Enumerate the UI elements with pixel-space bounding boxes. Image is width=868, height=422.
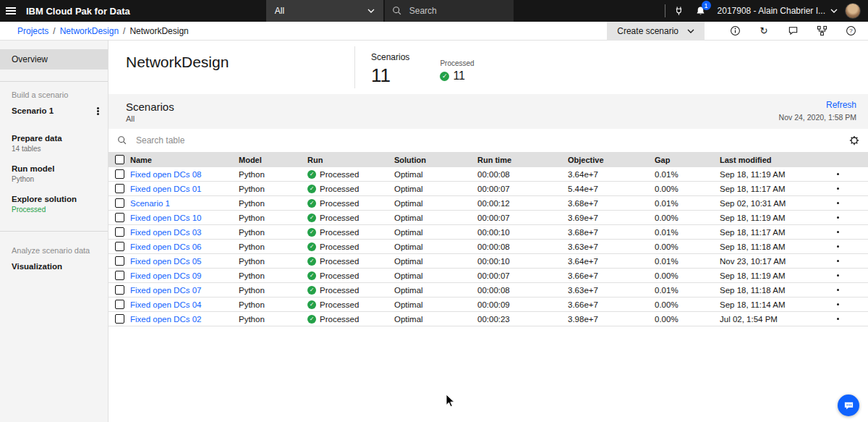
scenario-link[interactable]: Fixed open DCs 02 [130, 315, 239, 324]
row-overflow-menu[interactable] [828, 274, 868, 277]
row-checkbox[interactable] [115, 169, 124, 179]
row-checkbox[interactable] [115, 300, 124, 309]
row-overflow-menu[interactable] [828, 216, 868, 219]
row-checkbox[interactable] [115, 285, 124, 295]
table-search-input[interactable] [135, 135, 352, 146]
row-select-cell [109, 227, 130, 237]
breadcrumb-projects[interactable]: Projects [17, 26, 48, 36]
flow-button[interactable] [807, 22, 836, 41]
solution-value: Optimal [394, 315, 477, 324]
objective-value: 3.68e+7 [568, 199, 655, 208]
objective-value: 3.69e+7 [568, 214, 655, 222]
column-header-objective[interactable]: Objective [568, 156, 655, 164]
column-header-gap[interactable]: Gap [655, 156, 720, 164]
processed-stat-count: 11 [453, 69, 465, 83]
run-status-label: Processed [320, 286, 359, 295]
row-checkbox[interactable] [115, 271, 124, 280]
row-checkbox[interactable] [115, 227, 124, 237]
scenario-link[interactable]: Fixed open DCs 08 [130, 170, 239, 179]
scenario-link[interactable]: Fixed open DCs 04 [130, 300, 239, 309]
column-header-model[interactable]: Model [239, 156, 307, 164]
last-modified-value: Sep 18, 11:17 AM [720, 185, 828, 193]
notifications-button[interactable]: 1 [690, 0, 712, 22]
sidebar-item-run-model[interactable]: Run model Python [0, 164, 108, 183]
scenario-link[interactable]: Scenario 1 [130, 199, 239, 208]
chat-launcher-button[interactable] [838, 394, 859, 416]
row-checkbox[interactable] [115, 198, 124, 208]
row-overflow-menu[interactable] [828, 318, 868, 320]
avatar[interactable] [845, 3, 861, 19]
account-menu[interactable]: 2017908 - Alain Chabrier I... [718, 6, 838, 16]
sidebar-section-analyze: Analyze scenario data [0, 246, 108, 255]
objective-value: 3.63e+7 [568, 242, 655, 251]
scenario-link[interactable]: Fixed open DCs 01 [130, 185, 239, 193]
row-overflow-menu[interactable] [828, 289, 868, 291]
hamburger-glyph [6, 7, 16, 14]
row-overflow-menu[interactable] [828, 303, 868, 305]
row-overflow-menu[interactable] [828, 231, 868, 233]
row-overflow-menu[interactable] [828, 260, 868, 262]
row-overflow-menu[interactable] [828, 187, 868, 190]
column-header-run[interactable]: Run [307, 156, 394, 164]
overflow-icon[interactable] [97, 110, 99, 112]
last-modified-value: Sep 02, 10:31 AM [720, 199, 828, 208]
row-checkbox[interactable] [115, 256, 124, 266]
objective-value: 3.63e+7 [568, 286, 655, 295]
model-value: Python [239, 199, 307, 208]
column-header-name[interactable]: Name [130, 156, 239, 164]
objective-value: 5.44e+7 [568, 185, 655, 193]
plug-icon[interactable] [668, 0, 690, 22]
row-checkbox[interactable] [115, 314, 124, 324]
scenario-link[interactable]: Fixed open DCs 06 [130, 242, 239, 251]
refresh-link[interactable]: Refresh [826, 100, 856, 110]
overflow-icon [837, 173, 839, 175]
prepare-data-subtitle: 14 tables [12, 145, 99, 153]
scope-dropdown[interactable]: All [266, 0, 383, 22]
sidebar-item-overview[interactable]: Overview [0, 49, 108, 69]
hamburger-menu-icon[interactable] [0, 0, 22, 22]
scenario-link[interactable]: Fixed open DCs 03 [130, 228, 239, 237]
notification-badge: 1 [702, 1, 711, 10]
row-checkbox[interactable] [115, 213, 124, 222]
scenario-link[interactable]: Fixed open DCs 07 [130, 286, 239, 295]
global-search-input[interactable] [408, 5, 495, 17]
gap-value: 0.00% [655, 214, 720, 222]
info-button[interactable] [720, 22, 749, 41]
run-time-value: 00:00:08 [477, 170, 568, 179]
help-button[interactable]: ? [836, 22, 865, 41]
history-button[interactable]: ↻ [749, 22, 778, 41]
column-header-run-time[interactable]: Run time [477, 156, 568, 164]
gap-value: 0.01% [655, 257, 720, 266]
sidebar-item-scenario[interactable]: Scenario 1 [0, 106, 108, 115]
gap-value: 0.01% [655, 199, 720, 208]
product-title: IBM Cloud Pak for Data [26, 6, 130, 17]
comments-button[interactable] [778, 22, 807, 41]
row-checkbox[interactable] [115, 242, 124, 251]
objective-value: 3.66e+7 [568, 271, 655, 280]
row-overflow-menu[interactable] [828, 245, 868, 248]
row-overflow-menu[interactable] [828, 173, 868, 175]
table-body: Fixed open DCs 08Python✓ProcessedOptimal… [109, 167, 868, 326]
create-scenario-button[interactable]: Create scenario [607, 22, 705, 41]
objective-value: 3.66e+7 [568, 300, 655, 309]
scenario-link[interactable]: Fixed open DCs 10 [130, 214, 239, 222]
sidebar-item-visualization[interactable]: Visualization [0, 262, 108, 271]
chevron-down-icon [367, 9, 375, 13]
sidebar-item-prepare-data[interactable]: Prepare data 14 tables [0, 134, 108, 153]
check-circle-icon: ✓ [307, 286, 316, 295]
run-time-value: 00:00:07 [477, 271, 568, 280]
gap-value: 0.00% [655, 300, 720, 309]
column-header-solution[interactable]: Solution [394, 156, 477, 164]
column-header-last-modified[interactable]: Last modified [720, 156, 828, 164]
select-all-checkbox[interactable] [115, 155, 124, 164]
sidebar-item-explore-solution[interactable]: Explore solution Processed [0, 195, 108, 214]
run-status: ✓Processed [307, 271, 394, 280]
row-select-cell [109, 256, 130, 266]
row-overflow-menu[interactable] [828, 202, 868, 204]
scenario-link[interactable]: Fixed open DCs 09 [130, 271, 239, 280]
scenarios-band: Scenarios All Refresh Nov 24, 2020, 1:58… [109, 94, 868, 129]
scenario-link[interactable]: Fixed open DCs 05 [130, 257, 239, 266]
row-checkbox[interactable] [115, 184, 124, 193]
breadcrumb-project[interactable]: NetworkDesign [60, 26, 119, 36]
table-settings-button[interactable] [849, 135, 859, 145]
